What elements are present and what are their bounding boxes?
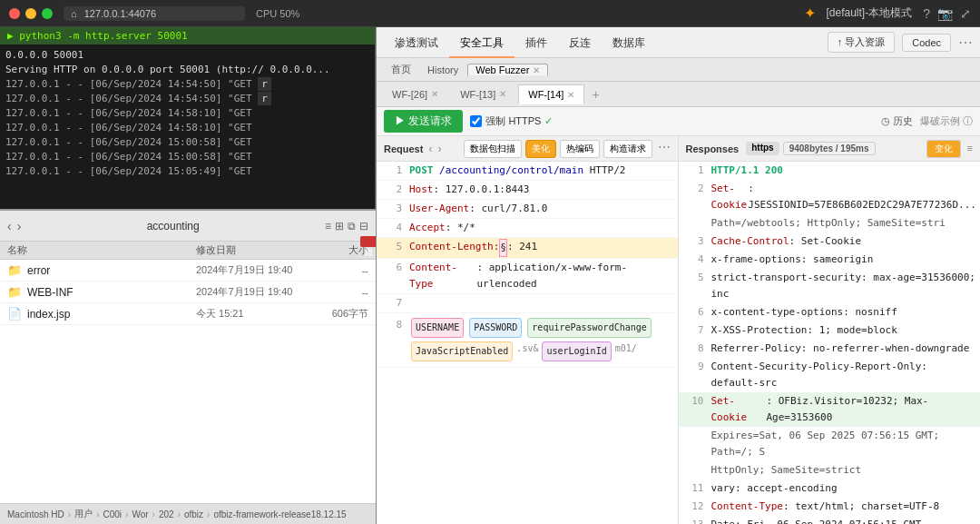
add-tab-button[interactable]: + <box>586 87 604 102</box>
param-block[interactable]: § <box>499 239 507 257</box>
nav-home[interactable]: 首页 <box>384 63 418 76</box>
list-item[interactable]: 📁 error 2024年7月19日 19:40 -- <box>0 260 376 282</box>
request-line-4: 4 Accept : */* <box>377 219 678 238</box>
breadcrumb-item[interactable]: ofbiz-framework-release18.12.15 <box>213 509 346 519</box>
request-body[interactable]: 1 POST /accounting/control/main HTTP/2 2… <box>377 162 678 524</box>
finder-toolbar: ‹ › accounting ≡ ⊞ ⧉ ⊟ <box>0 211 376 242</box>
request-nav-next[interactable]: › <box>437 143 441 155</box>
resp-line-5: 5 strict-transport-security: max-age=315… <box>679 269 981 303</box>
request-panel-tools: 数据包扫描 美化 热编码 构造请求 ⋯ <box>464 140 671 158</box>
nav-reverse[interactable]: 反连 <box>558 27 602 58</box>
tab-wf-13[interactable]: WF-[13] ✕ <box>450 84 516 104</box>
expand-icon[interactable]: ⤢ <box>960 6 971 21</box>
import-icon: ↑ <box>838 36 843 47</box>
nav-security-tools[interactable]: 安全工具 <box>449 27 514 58</box>
tab-close-main[interactable]: ✕ <box>533 65 540 75</box>
resp-line-13: 13 Date: Fri, 06 Sep 2024 07:56:15 GMT <box>679 516 981 524</box>
breadcrumb-item[interactable]: C00i <box>103 509 122 519</box>
resp-right: 变化 ≡ <box>926 140 973 158</box>
col-date-header[interactable]: 修改日期 <box>196 243 314 257</box>
params-text: .sv& <box>516 341 538 362</box>
tab-close-13[interactable]: ✕ <box>499 89 506 99</box>
resp-stats: 9408bytes / 195ms <box>783 142 876 155</box>
list-item[interactable]: 📄 index.jsp 今天 15:21 606字节 <box>0 303 376 325</box>
nav-pentest[interactable]: 渗透测试 <box>384 27 449 58</box>
camera-icon[interactable]: 📷 <box>937 6 953 21</box>
resp-line-8: 8 Referrer-Policy: no-referrer-when-down… <box>679 340 981 358</box>
response-panel: Responses https 9408bytes / 195ms 变化 ≡ 1… <box>679 136 981 524</box>
build-req-btn[interactable]: 构造请求 <box>603 140 652 158</box>
request-nav-prev[interactable]: ‹ <box>428 143 432 155</box>
side-tab[interactable]: 日志 <box>360 236 377 247</box>
file-date: 2024年7月19日 19:40 <box>196 263 314 277</box>
breadcrumb-item[interactable]: Macintosh HD <box>7 509 64 519</box>
data-collect-btn[interactable]: 数据包扫描 <box>464 140 522 158</box>
file-size: 606字节 <box>314 307 368 321</box>
terminal-line: Serving HTTP on 0.0.0.0 port 50001 (http… <box>5 63 369 77</box>
params-text2: m01/ <box>615 341 637 362</box>
grid-view-btn[interactable]: ⊞ <box>335 220 344 232</box>
terminal-body[interactable]: 0.0.0.0 50001 Serving HTTP on 0.0.0.0 po… <box>0 44 375 209</box>
resp-tab-https[interactable]: https <box>746 142 779 155</box>
beautify-btn[interactable]: 美化 <box>525 140 556 158</box>
response-more-icon[interactable]: ≡ <box>967 143 973 153</box>
tab-wf-14[interactable]: WF-[14] ✕ <box>518 84 584 104</box>
breadcrumb-item[interactable]: ofbiz <box>184 509 203 519</box>
file-name: index.jsp <box>27 308 196 321</box>
terminal-line: 127.0.0.1 - - [06/Sep/2024 14:54:50] "GE… <box>5 92 369 106</box>
close-button[interactable] <box>9 8 20 19</box>
resp-line-4: 4 x-frame-options: sameorigin <box>679 251 981 269</box>
more-icon[interactable]: ⋯ <box>958 34 973 51</box>
https-toggle: 强制 HTTPS ✓ <box>470 114 553 128</box>
help-icon[interactable]: ? <box>923 6 930 21</box>
breadcrumb-item[interactable]: Wor <box>132 509 148 519</box>
column-view-btn[interactable]: ⧉ <box>348 220 356 232</box>
response-body[interactable]: 1 HTTP/1.1 200 2 Set-Cookie : JSESSIONID… <box>679 162 981 524</box>
maximize-button[interactable] <box>42 8 53 19</box>
history-link[interactable]: ◷ 历史 <box>881 114 913 128</box>
gallery-view-btn[interactable]: ⊟ <box>359 220 368 232</box>
top-right-icons: ? 📷 ⤢ <box>923 6 971 21</box>
send-request-button[interactable]: ▶ 发送请求 <box>384 110 463 133</box>
url-bar[interactable]: ⌂ 127.0.0.1:44076 <box>64 6 245 21</box>
finder-back-button[interactable]: ‹ <box>7 219 12 233</box>
burp-top-right: ↑ 导入资源 Codec ⋯ <box>828 32 973 53</box>
https-checkbox[interactable] <box>470 115 482 127</box>
nav-web-fuzzer[interactable]: Web Fuzzer ✕ <box>467 64 548 76</box>
tab-close-14[interactable]: ✕ <box>567 90 574 100</box>
more-tools-btn[interactable]: ⋯ <box>658 140 671 158</box>
param-block[interactable]: PASSWORD <box>469 318 522 338</box>
url-text: 127.0.0.1:44076 <box>84 8 157 19</box>
explode-example-link[interactable]: 爆破示例 ⓘ <box>920 114 973 128</box>
nav-plugins[interactable]: 插件 <box>514 27 558 58</box>
file-size: -- <box>314 265 368 276</box>
request-line-blank: 7 <box>377 294 678 313</box>
col-name-header[interactable]: 名称 <box>7 243 196 257</box>
breadcrumb-item[interactable]: 用户 <box>74 508 93 520</box>
terminal-header: ▶ python3 -m http.server 50001 <box>0 27 375 44</box>
nav-history[interactable]: History <box>420 64 466 75</box>
change-button[interactable]: 变化 <box>926 140 961 158</box>
tab-close-26[interactable]: ✕ <box>431 89 438 99</box>
param-block[interactable]: JavaScriptEnabled <box>411 341 513 361</box>
request-line-5: 5 Content-Length : § : 241 <box>377 238 678 259</box>
minimize-button[interactable] <box>25 8 36 19</box>
finder-forward-button[interactable]: › <box>17 219 22 233</box>
list-item[interactable]: 📁 WEB-INF 2024年7月19日 19:40 -- <box>0 282 376 303</box>
import-resource-button[interactable]: ↑ 导入资源 <box>828 32 896 53</box>
response-panel-title: Responses <box>686 143 740 154</box>
breadcrumb-sep: › <box>152 509 155 519</box>
terminal-line: 127.0.0.1 - - [06/Sep/2024 14:54:50] "GE… <box>5 77 369 92</box>
finder-column-header: 名称 修改日期 大小 <box>0 242 376 260</box>
param-block[interactable]: userLoginId <box>542 341 611 361</box>
tab-wf-26[interactable]: WF-[26] ✕ <box>382 84 448 104</box>
list-view-btn[interactable]: ≡ <box>325 220 331 232</box>
codec-button[interactable]: Codec <box>902 34 951 52</box>
hot-encode-btn[interactable]: 热编码 <box>560 140 600 158</box>
nav-database[interactable]: 数据库 <box>602 27 656 58</box>
secondary-nav: 首页 History Web Fuzzer ✕ <box>377 58 980 82</box>
param-block[interactable]: USERNAME <box>411 318 464 338</box>
breadcrumb-item[interactable]: 202 <box>159 509 174 519</box>
param-block[interactable]: requirePasswordChange <box>527 318 651 338</box>
file-size: -- <box>314 287 368 298</box>
